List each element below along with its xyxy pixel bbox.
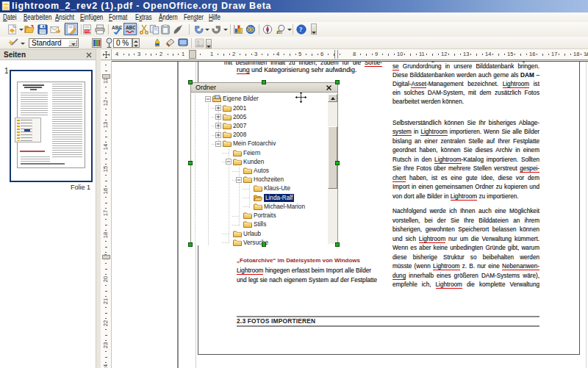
svg-text:ABC: ABC — [126, 25, 135, 30]
svg-text:?: ? — [299, 26, 302, 33]
svg-text:100: 100 — [276, 31, 282, 35]
svg-text:PDF: PDF — [85, 29, 92, 33]
